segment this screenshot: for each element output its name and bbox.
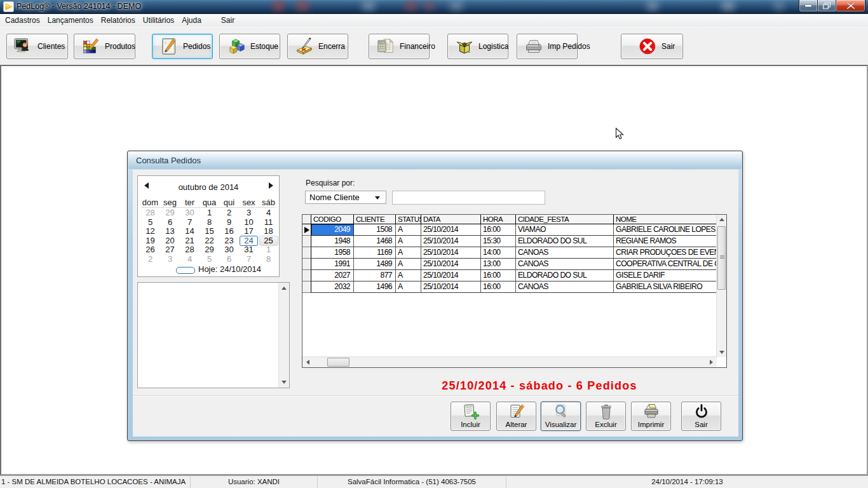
calendar-day[interactable]: 8: [200, 218, 219, 227]
calendar-day[interactable]: 10: [239, 218, 259, 227]
grid-cell[interactable]: COOPERATIVA CENTRAL DE COO: [614, 259, 716, 270]
grid-cell[interactable]: 13:00: [481, 259, 516, 270]
calendar-day[interactable]: 22: [200, 236, 219, 246]
toolbar-button-estoque[interactable]: Estoque: [219, 34, 280, 59]
calendar-day[interactable]: 17: [239, 227, 259, 236]
grid-cell[interactable]: 16:00: [481, 224, 516, 236]
search-field-combobox[interactable]: Nome Cliente: [305, 191, 386, 204]
grid-cell[interactable]: A: [396, 224, 421, 236]
toolbar-button-clientes[interactable]: Clientes: [6, 34, 68, 59]
grid-column-header-status[interactable]: STATUS: [396, 215, 421, 224]
grid-cell[interactable]: A: [396, 281, 421, 293]
restore-button[interactable]: [818, 0, 836, 12]
grid-cell[interactable]: CRIAR PRODUÇOES DE EVENTOS: [614, 247, 716, 259]
grid-cell[interactable]: 25/10/2014: [421, 224, 481, 236]
grid-cell[interactable]: 1991: [311, 259, 354, 270]
grid-cell[interactable]: 1958: [311, 247, 354, 259]
calendar-day[interactable]: 13: [160, 227, 180, 236]
toolbar-button-produtos[interactable]: Produtos: [74, 34, 135, 59]
search-input[interactable]: [392, 191, 545, 205]
scroll-up-icon[interactable]: [281, 287, 287, 290]
grid-row-selector[interactable]: [302, 270, 311, 281]
grid-cell[interactable]: ELDORADO DO SUL: [516, 270, 614, 281]
grid-column-header-cidade_festa[interactable]: CIDADE_FESTA: [516, 215, 614, 224]
scroll-down-icon[interactable]: [281, 381, 287, 384]
horizontal-scroll-thumb[interactable]: [327, 358, 349, 367]
calendar-day[interactable]: 1: [200, 208, 219, 218]
calendar-day[interactable]: 28: [140, 208, 160, 218]
grid-row[interactable]: 19481468A25/10/201415:30ELDORADO DO SULR…: [302, 236, 716, 247]
grid-row-selector[interactable]: [302, 281, 311, 293]
grid-cell[interactable]: 14:00: [481, 247, 516, 259]
calendar-day[interactable]: 26: [140, 245, 160, 255]
combobox-dropdown-icon[interactable]: [375, 196, 380, 200]
calendar-day[interactable]: 1: [259, 245, 278, 255]
grid-cell[interactable]: GISELE DARIF: [614, 270, 716, 281]
notes-listbox[interactable]: [137, 282, 290, 388]
dialog-button-imprimir[interactable]: Imprimir: [631, 402, 671, 431]
toolbar-button-pedidos[interactable]: Pedidos: [152, 34, 213, 59]
calendar-next-icon[interactable]: [269, 182, 273, 189]
grid-cell[interactable]: 25/10/2014: [421, 259, 481, 270]
grid-cell[interactable]: A: [396, 259, 421, 270]
dialog-button-visualizar[interactable]: Visualizar: [541, 402, 581, 431]
calendar-day[interactable]: 7: [180, 218, 200, 227]
dialog-button-sair[interactable]: Sair: [681, 402, 721, 431]
grid-row[interactable]: 20321496A25/10/201416:00CANOASGABRIELA S…: [302, 281, 716, 293]
menu-item-lancamentos[interactable]: Lançamentos: [44, 14, 97, 27]
grid-vertical-scrollbar[interactable]: [716, 215, 726, 357]
calendar-day[interactable]: 6: [160, 218, 180, 227]
close-button[interactable]: [836, 0, 865, 12]
grid-cell[interactable]: 25/10/2014: [421, 281, 481, 293]
toolbar-button-logistica[interactable]: Logistica: [447, 34, 508, 59]
toolbar-button-sair[interactable]: Sair: [621, 34, 683, 59]
scroll-up-icon[interactable]: [719, 218, 724, 221]
calendar-day[interactable]: 29: [200, 245, 219, 255]
calendar-day[interactable]: 20: [160, 236, 180, 246]
grid-cell[interactable]: 25/10/2014: [421, 236, 481, 247]
calendar-day[interactable]: 31: [239, 245, 259, 255]
calendar-day[interactable]: 28: [180, 245, 200, 255]
calendar-day[interactable]: 16: [219, 227, 239, 236]
menu-item-cadastros[interactable]: Cadastros: [1, 14, 44, 27]
calendar-day[interactable]: 29: [160, 208, 180, 218]
listbox-scrollbar[interactable]: [278, 283, 289, 388]
calendar-day[interactable]: 30: [180, 208, 200, 218]
calendar-day[interactable]: 7: [239, 255, 259, 264]
calendar-day[interactable]: 4: [180, 255, 200, 264]
grid-cell[interactable]: 16:00: [481, 270, 516, 281]
calendar-day[interactable]: 2: [140, 255, 160, 264]
grid-column-header-codigo[interactable]: CODIGO: [311, 215, 354, 224]
menu-item-relatorios[interactable]: Relatórios: [97, 14, 139, 27]
grid-cell[interactable]: 2049: [311, 224, 354, 236]
grid-cell[interactable]: A: [396, 247, 421, 259]
calendar-day[interactable]: 5: [140, 218, 160, 227]
grid-cell[interactable]: 2027: [311, 270, 354, 281]
calendar-day[interactable]: 12: [140, 227, 160, 236]
grid-cell[interactable]: ELDORADO DO SUL: [516, 236, 614, 247]
menu-item-sair[interactable]: Sair: [217, 14, 238, 27]
calendar-day[interactable]: 5: [200, 255, 219, 264]
grid-cell[interactable]: GABRIELA SILVA RIBEIRO: [614, 281, 716, 293]
grid-cell[interactable]: CANOAS: [516, 281, 614, 293]
toolbar-button-encerra[interactable]: Encerra: [287, 34, 348, 59]
grid-cell[interactable]: 25/10/2014: [421, 247, 481, 259]
grid-cell[interactable]: REGIANE RAMOS: [614, 236, 716, 247]
minimize-button[interactable]: [799, 0, 818, 12]
scroll-right-icon[interactable]: [710, 360, 713, 365]
grid-row-selector[interactable]: [302, 247, 311, 259]
grid-row[interactable]: 2027877A25/10/201416:00ELDORADO DO SULGI…: [302, 270, 716, 281]
dialog-button-alterar[interactable]: Alterar: [496, 402, 536, 431]
calendar-day[interactable]: 3: [239, 208, 259, 218]
calendar-day[interactable]: 30: [219, 245, 239, 255]
grid-cell[interactable]: 16:00: [481, 281, 516, 293]
grid-horizontal-scrollbar[interactable]: [302, 356, 717, 367]
grid-cell[interactable]: 1468: [354, 236, 396, 247]
calendar-day[interactable]: 11: [259, 218, 278, 227]
grid-row-selector[interactable]: [302, 236, 311, 247]
menu-item-utilitarios[interactable]: Utilitários: [139, 14, 178, 27]
grid-column-header-cliente[interactable]: CLIENTE: [354, 215, 396, 224]
calendar-day-selected[interactable]: 25: [259, 236, 278, 246]
calendar-day[interactable]: 6: [219, 255, 239, 264]
calendar-day[interactable]: 21: [180, 236, 200, 246]
